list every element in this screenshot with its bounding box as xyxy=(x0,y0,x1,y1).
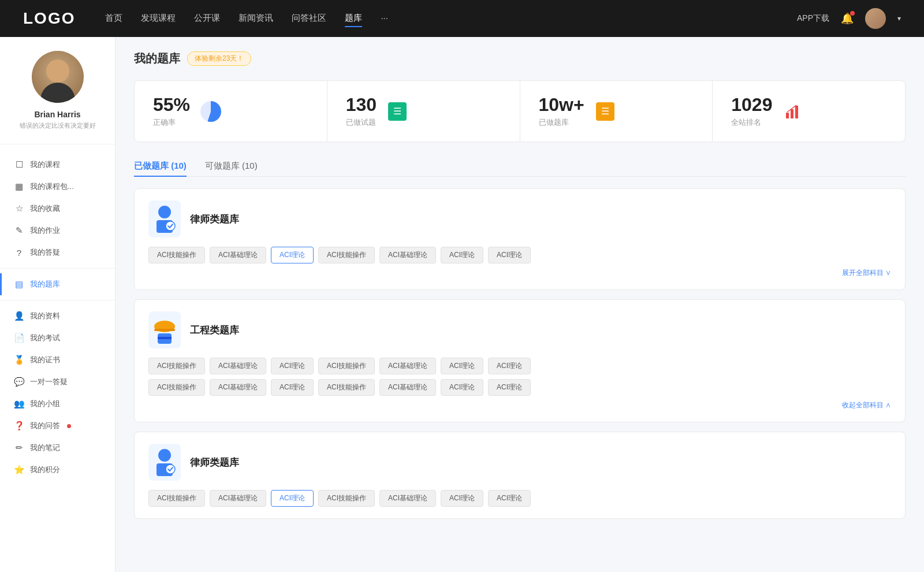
stat-questions-done: 130 已做试题 ☰ xyxy=(327,81,520,142)
tab-done-banks[interactable]: 已做题库 (10) xyxy=(134,156,187,176)
tag-1-13[interactable]: ACI理论 xyxy=(488,379,531,396)
svg-rect-9 xyxy=(154,329,175,331)
tag-1-4[interactable]: ACI基础理论 xyxy=(379,358,436,374)
stat-ranking: 1029 全站排名 xyxy=(713,81,905,142)
tag-0-0[interactable]: ACI技能操作 xyxy=(148,247,205,263)
notification-bell[interactable]: 🔔 xyxy=(841,12,854,25)
svg-point-6 xyxy=(166,221,175,231)
sidebar-item-course-package[interactable]: ▦ 我的课程包... xyxy=(0,176,115,198)
tag-1-2[interactable]: ACI理论 xyxy=(271,358,314,374)
quiz-bank-tags-2: ACI技能操作 ACI基础理论 ACI理论 ACI技能操作 ACI基础理论 AC… xyxy=(148,490,891,507)
quiz-bank-title-1: 工程类题库 xyxy=(190,324,239,337)
stat-banks-label: 已做题库 xyxy=(539,117,584,128)
document-icon: ☐ xyxy=(14,159,24,170)
tag-1-10[interactable]: ACI技能操作 xyxy=(318,379,375,396)
tag-1-5[interactable]: ACI理论 xyxy=(441,358,483,374)
sidebar-item-favorites[interactable]: ☆ 我的收藏 xyxy=(0,198,115,220)
sidebar-avatar xyxy=(32,51,84,103)
tag-2-3[interactable]: ACI技能操作 xyxy=(318,490,375,507)
svg-rect-11 xyxy=(158,337,172,339)
quiz-bank-icon-lawyer xyxy=(148,200,181,237)
tag-0-2[interactable]: ACI理论 xyxy=(271,247,314,263)
svg-rect-0 xyxy=(786,113,789,118)
tag-2-4[interactable]: ACI基础理论 xyxy=(379,490,436,507)
tag-1-9[interactable]: ACI理论 xyxy=(271,379,314,396)
sidebar-item-exam[interactable]: 📄 我的考试 xyxy=(0,327,115,349)
nav-more[interactable]: ··· xyxy=(381,10,388,27)
tag-1-1[interactable]: ACI基础理论 xyxy=(210,358,266,374)
stat-accuracy: 55% 正确率 xyxy=(135,81,327,142)
notes-icon: ✏ xyxy=(14,443,24,453)
quiz-tabs: 已做题库 (10) 可做题库 (10) xyxy=(134,156,906,177)
tag-0-4[interactable]: ACI基础理论 xyxy=(379,247,436,263)
tag-2-1[interactable]: ACI基础理论 xyxy=(210,490,266,507)
sidebar-item-points[interactable]: ⭐ 我的积分 xyxy=(0,459,115,481)
sidebar-item-one-on-one[interactable]: 💬 一对一答疑 xyxy=(0,371,115,393)
collapse-link-1[interactable]: 收起全部科目 ∧ xyxy=(842,400,891,410)
quiz-icon: ▤ xyxy=(14,279,24,289)
tag-1-6[interactable]: ACI理论 xyxy=(488,358,531,374)
tag-2-5[interactable]: ACI理论 xyxy=(441,490,483,507)
nav-home[interactable]: 首页 xyxy=(105,10,122,27)
svg-rect-2 xyxy=(795,106,798,118)
tag-0-3[interactable]: ACI技能操作 xyxy=(318,247,375,263)
qa-icon: ❓ xyxy=(14,421,24,431)
certificate-icon: 🏅 xyxy=(14,355,24,365)
quiz-bank-tags-1-row1: ACI技能操作 ACI基础理论 ACI理论 ACI技能操作 ACI基础理论 AC… xyxy=(148,358,891,374)
sidebar-item-answers[interactable]: ? 我的答疑 xyxy=(0,242,115,263)
nav-discover[interactable]: 发现课程 xyxy=(141,10,176,27)
avatar[interactable] xyxy=(865,8,886,29)
app-download[interactable]: APP下载 xyxy=(797,13,829,24)
stat-questions-number: 130 xyxy=(346,95,377,115)
nav-opencourse[interactable]: 公开课 xyxy=(194,10,220,27)
points-icon: ⭐ xyxy=(14,465,24,475)
sidebar-item-my-courses[interactable]: ☐ 我的课程 xyxy=(0,154,115,176)
expand-link-0[interactable]: 展开全部科目 ∨ xyxy=(842,268,891,278)
tag-0-1[interactable]: ACI基础理论 xyxy=(210,247,266,263)
stat-accuracy-label: 正确率 xyxy=(153,117,190,128)
sidebar-motto: 错误的决定比没有决定要好 xyxy=(20,121,96,130)
sidebar-item-group[interactable]: 👥 我的小组 xyxy=(0,393,115,415)
chevron-down-icon[interactable]: ▾ xyxy=(897,14,901,23)
tag-1-0[interactable]: ACI技能操作 xyxy=(148,358,205,374)
tag-1-7[interactable]: ACI技能操作 xyxy=(148,379,205,396)
sidebar-item-notes[interactable]: ✏ 我的笔记 xyxy=(0,437,115,459)
grid-icon: ▦ xyxy=(14,181,24,192)
tag-2-0[interactable]: ACI技能操作 xyxy=(148,490,205,507)
quiz-bank-card-2: 律师类题库 ACI技能操作 ACI基础理论 ACI理论 ACI技能操作 ACI基… xyxy=(134,432,906,519)
quiz-bank-icon-lawyer-2 xyxy=(148,444,181,481)
chat-icon: 💬 xyxy=(14,377,24,387)
quiz-bank-tags-1-row2: ACI技能操作 ACI基础理论 ACI理论 ACI技能操作 ACI基础理论 AC… xyxy=(148,379,891,396)
sidebar-item-quiz-bank[interactable]: ▤ 我的题库 xyxy=(0,273,115,295)
nav-qa[interactable]: 问答社区 xyxy=(292,10,326,27)
tag-1-12[interactable]: ACI理论 xyxy=(441,379,483,396)
ranking-icon xyxy=(781,100,804,123)
layout: Brian Harris 错误的决定比没有决定要好 ☐ 我的课程 ▦ 我的课程包… xyxy=(0,37,924,572)
tag-1-3[interactable]: ACI技能操作 xyxy=(318,358,375,374)
stat-banks-done: 10w+ 已做题库 ☰ xyxy=(520,81,713,142)
tag-1-8[interactable]: ACI基础理论 xyxy=(210,379,266,396)
nav-news[interactable]: 新闻资讯 xyxy=(239,10,273,27)
tag-2-6[interactable]: ACI理论 xyxy=(488,490,531,507)
quiz-bank-card-1: 工程类题库 ACI技能操作 ACI基础理论 ACI理论 ACI技能操作 ACI基… xyxy=(134,299,906,422)
svg-point-14 xyxy=(166,465,175,474)
green-list-icon: ☰ xyxy=(388,102,407,121)
navbar-right: APP下载 🔔 ▾ xyxy=(797,8,901,29)
quiz-bank-tags-0: ACI技能操作 ACI基础理论 ACI理论 ACI技能操作 ACI基础理论 AC… xyxy=(148,247,891,263)
tag-2-2[interactable]: ACI理论 xyxy=(271,490,314,507)
question-icon: ? xyxy=(14,248,24,258)
yellow-list-icon: ☰ xyxy=(596,102,614,121)
tab-available-banks[interactable]: 可做题库 (10) xyxy=(205,156,258,176)
sidebar-item-homework[interactable]: ✎ 我的作业 xyxy=(0,220,115,242)
questions-icon: ☰ xyxy=(386,100,409,123)
tag-0-6[interactable]: ACI理论 xyxy=(488,247,531,263)
tag-1-11[interactable]: ACI基础理论 xyxy=(379,379,436,396)
sidebar-profile: Brian Harris 错误的决定比没有决定要好 xyxy=(0,51,115,144)
sidebar-item-my-qa[interactable]: ❓ 我的问答 xyxy=(0,415,115,437)
stat-banks-number: 10w+ xyxy=(539,95,584,115)
sidebar-item-certificate[interactable]: 🏅 我的证书 xyxy=(0,349,115,371)
nav-quizbank[interactable]: 题库 xyxy=(345,10,362,27)
sidebar-item-profile[interactable]: 👤 我的资料 xyxy=(0,305,115,327)
tag-0-5[interactable]: ACI理论 xyxy=(441,247,483,263)
accuracy-chart-icon xyxy=(199,100,222,123)
